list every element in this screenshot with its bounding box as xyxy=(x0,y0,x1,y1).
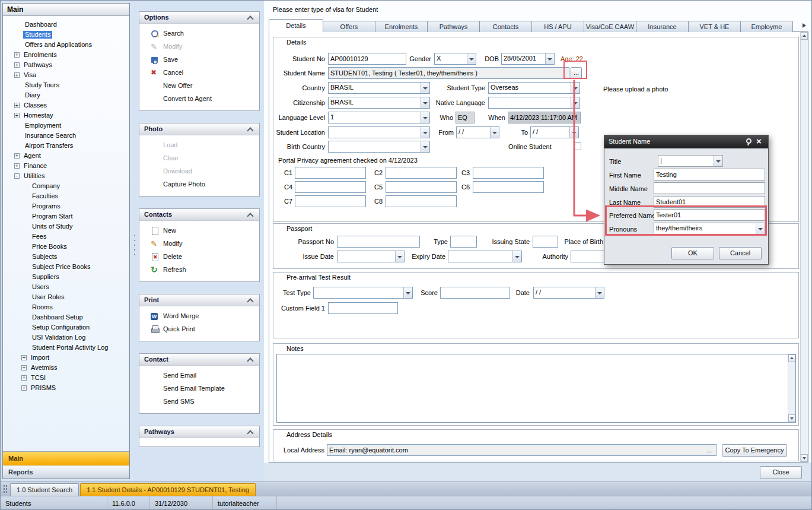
dropdown-arrow-icon[interactable] xyxy=(421,141,429,152)
to-date-combo[interactable]: / / xyxy=(530,126,579,138)
action-item[interactable]: Word Merge xyxy=(139,310,259,323)
nav-tree-item[interactable]: Rooms xyxy=(3,302,129,312)
scroll-up-icon[interactable] xyxy=(788,354,795,362)
score-input[interactable] xyxy=(440,287,510,299)
panel-splitter[interactable] xyxy=(132,3,137,479)
nav-tree-item[interactable]: Pathways xyxy=(3,60,129,70)
dob-combo[interactable]: 28/05/2001 xyxy=(501,53,555,65)
action-item[interactable]: New xyxy=(139,224,259,237)
dropdown-arrow-icon[interactable] xyxy=(490,127,499,138)
preferred-name-input[interactable] xyxy=(654,209,765,221)
test-date-combo[interactable]: / / xyxy=(533,287,604,299)
from-date-combo[interactable]: / / xyxy=(456,126,499,138)
nav-tree-item[interactable]: Finance xyxy=(3,161,129,171)
dialog-titlebar[interactable]: Student Name xyxy=(604,135,768,148)
tree-expander-icon[interactable] xyxy=(21,355,27,360)
close-button[interactable]: Close xyxy=(760,466,802,479)
nav-tree-item[interactable]: Students xyxy=(3,30,129,40)
action-item[interactable]: Clear xyxy=(139,152,259,165)
tree-expander-icon[interactable] xyxy=(14,52,20,58)
notes-input[interactable] xyxy=(277,354,788,422)
collapse-chevron-icon[interactable] xyxy=(246,14,254,22)
nav-tree-item[interactable]: Subject Price Books xyxy=(3,262,129,272)
nav-tree-item[interactable]: Fees xyxy=(3,232,129,242)
collapse-chevron-icon[interactable] xyxy=(246,211,254,219)
tree-expander-icon[interactable] xyxy=(14,103,20,108)
action-item[interactable]: Modify xyxy=(139,40,259,53)
nav-tree-item[interactable]: PRISMS xyxy=(3,383,129,393)
collapse-chevron-icon[interactable] xyxy=(246,296,254,305)
nav-tree-item[interactable]: Utilities xyxy=(3,171,129,181)
page-tab[interactable]: Offers xyxy=(323,21,375,32)
page-tab[interactable]: Insurance xyxy=(636,21,689,32)
nav-tree-item[interactable]: Insurance Search xyxy=(3,131,129,141)
action-item[interactable]: Save xyxy=(139,53,259,66)
page-tab[interactable]: Details xyxy=(269,19,323,32)
action-item[interactable]: Quick Print xyxy=(139,323,259,336)
page-tab[interactable]: Enrolments xyxy=(375,21,428,32)
panel-pathways-header[interactable]: Pathways xyxy=(139,426,259,438)
passport-no-input[interactable] xyxy=(337,236,420,248)
cancel-button[interactable]: Cancel xyxy=(719,247,762,259)
tabbar-grip[interactable] xyxy=(3,484,8,494)
local-address-ellipsis-button[interactable]: ... xyxy=(706,446,715,455)
action-item[interactable]: Load xyxy=(139,139,259,152)
expiry-date-combo[interactable] xyxy=(448,251,522,262)
notes-scrollbar[interactable] xyxy=(788,354,795,422)
nav-tree-item[interactable]: Program Start xyxy=(3,211,129,221)
tab-scroll-right-icon[interactable] xyxy=(800,22,808,31)
close-icon[interactable] xyxy=(754,137,764,147)
tree-expander-icon[interactable] xyxy=(21,385,27,391)
action-item[interactable]: Send Email Template xyxy=(139,382,259,395)
c7-input[interactable] xyxy=(295,195,366,207)
dropdown-arrow-icon[interactable] xyxy=(467,53,476,64)
student-name-ellipsis-button[interactable]: ... xyxy=(571,67,582,79)
c2-input[interactable] xyxy=(386,167,457,179)
dropdown-arrow-icon[interactable] xyxy=(403,287,412,298)
collapse-chevron-icon[interactable] xyxy=(246,125,254,134)
student-type-combo[interactable]: Overseas xyxy=(488,82,580,94)
local-address-input[interactable] xyxy=(327,444,717,456)
nav-tree-item[interactable]: Diary xyxy=(3,90,129,100)
language-level-combo[interactable]: 1 xyxy=(328,112,430,123)
dropdown-arrow-icon[interactable] xyxy=(571,97,579,108)
nav-group-main[interactable]: Main xyxy=(3,452,129,465)
c6-input[interactable] xyxy=(473,181,544,193)
copy-to-emergency-button[interactable]: Copy To Emergency xyxy=(722,444,787,457)
page-tab[interactable]: Pathways xyxy=(427,21,480,32)
page-tab[interactable]: Visa/CoE CAAW xyxy=(584,21,636,32)
nav-tree-item[interactable]: Company xyxy=(3,181,129,191)
passport-type-input[interactable] xyxy=(450,236,477,248)
tree-expander-icon[interactable] xyxy=(21,375,27,381)
nav-tree-item[interactable]: USI Validation Log xyxy=(3,332,129,343)
dropdown-arrow-icon[interactable] xyxy=(395,251,404,262)
student-no-input[interactable] xyxy=(328,53,406,65)
nav-tree-item[interactable]: Price Books xyxy=(3,242,129,252)
dropdown-arrow-icon[interactable] xyxy=(421,112,429,123)
c5-input[interactable] xyxy=(386,181,457,193)
nav-tree-item[interactable]: Homestay xyxy=(3,110,129,121)
nav-tree-item[interactable]: Dashboard Setup xyxy=(3,312,129,322)
dropdown-arrow-icon[interactable] xyxy=(421,83,429,93)
page-tab[interactable]: VET & HE xyxy=(688,21,741,32)
country-combo[interactable]: BRASIL xyxy=(328,82,430,94)
nav-group-reports[interactable]: Reports xyxy=(3,465,129,479)
panel-photo-header[interactable]: Photo xyxy=(139,123,259,135)
document-tab[interactable]: 1.0 Student Search xyxy=(10,483,79,496)
nav-tree-item[interactable]: Import xyxy=(3,353,129,363)
collapse-chevron-icon[interactable] xyxy=(246,356,254,364)
test-type-combo[interactable] xyxy=(313,287,413,299)
pronouns-combo[interactable]: they/them/theirs xyxy=(654,223,765,235)
birth-country-combo[interactable] xyxy=(328,141,430,153)
action-item[interactable]: Delete xyxy=(139,251,259,264)
document-tab[interactable]: 1.1 Student Details - AP00010129 STUDENT… xyxy=(80,483,256,496)
nav-tree-item[interactable]: Dashboard xyxy=(3,20,129,30)
action-item[interactable]: Convert to Agent xyxy=(139,93,259,106)
page-tab[interactable]: Contacts xyxy=(479,21,532,32)
action-item[interactable]: Capture Photo xyxy=(139,178,259,191)
c1-input[interactable] xyxy=(295,167,366,179)
page-tab[interactable]: HS / APU xyxy=(531,21,584,32)
online-student-checkbox[interactable] xyxy=(574,142,581,150)
nav-tree-item[interactable]: Airport Transfers xyxy=(3,141,129,151)
dropdown-arrow-icon[interactable] xyxy=(595,287,604,298)
